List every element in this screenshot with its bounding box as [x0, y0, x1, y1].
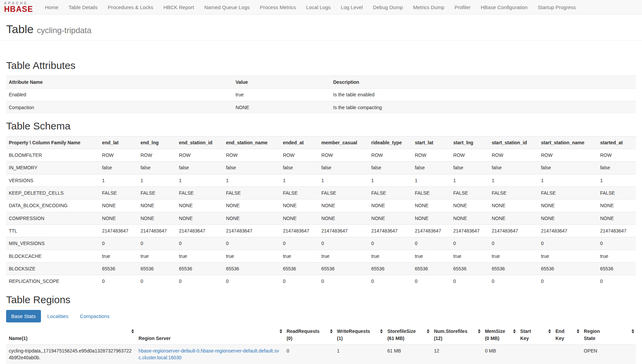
- tab-compactions[interactable]: Compactions: [75, 310, 115, 322]
- nav-item-table-details[interactable]: Table Details: [64, 0, 103, 15]
- regions-column-storefilesize-61-mb[interactable]: StorefileSize(61 MB): [384, 325, 431, 344]
- sort-icon[interactable]: [577, 329, 579, 333]
- region-write-requests-cell: 1: [334, 345, 385, 364]
- schema-value-cell: ROW: [538, 149, 597, 162]
- nav-item-metrics-dump[interactable]: Metrics Dump: [408, 0, 450, 15]
- schema-heading: Table Schema: [6, 120, 636, 132]
- schema-value-cell: 0: [450, 275, 489, 288]
- tab-base-stats[interactable]: Base Stats: [6, 310, 41, 322]
- nav-item-wrap: Procedures & Locks: [103, 0, 158, 15]
- column-label: MemSize: [485, 328, 511, 335]
- attributes-header-row: Attribute Name Value Description: [6, 76, 636, 89]
- schema-value-cell: 1: [597, 174, 636, 187]
- sort-asc-arrow: [427, 329, 429, 331]
- sort-asc-arrow: [632, 329, 634, 331]
- regions-column-writerequests-1[interactable]: WriteRequests(1): [334, 325, 385, 344]
- nav-item-startup-progress[interactable]: Startup Progress: [533, 0, 581, 15]
- nav-item-wrap: Profiler: [449, 0, 476, 15]
- attr-description-cell: Is the table enabled: [330, 89, 636, 101]
- region-region-state-cell: OPEN: [581, 345, 636, 364]
- schema-value-cell: ROW: [412, 149, 451, 162]
- nav-item-hbase-configuration[interactable]: HBase Configuration: [476, 0, 533, 15]
- regions-column-regionstate[interactable]: RegionState: [581, 325, 636, 344]
- schema-value-cell: 1: [538, 174, 597, 187]
- sort-asc-arrow: [280, 329, 282, 331]
- regions-column-memsize-0-mb[interactable]: MemSize(0 MB): [482, 325, 517, 344]
- schema-value-cell: 65536: [138, 262, 176, 275]
- schema-value-cell: NONE: [538, 199, 597, 212]
- schema-value-cell: false: [280, 162, 319, 174]
- schema-col-end-lat: end_lat: [99, 136, 138, 149]
- sort-icon[interactable]: [478, 329, 481, 333]
- sort-icon[interactable]: [330, 329, 333, 333]
- nav-item-debug-dump[interactable]: Debug Dump: [368, 0, 408, 15]
- column-label-sub: (1): [337, 335, 378, 342]
- sort-icon[interactable]: [380, 329, 383, 333]
- table-row: Enabled true Is the table enabled: [6, 89, 636, 101]
- column-label-sub: (0): [287, 335, 328, 342]
- schema-value-cell: 1: [138, 174, 176, 187]
- nav-item-profiler[interactable]: Profiler: [449, 0, 476, 15]
- schema-value-cell: 1: [99, 174, 138, 187]
- schema-col-start-station-id: start_station_id: [489, 136, 538, 149]
- region-server-link[interactable]: hbase-regionserver-default-0.hbase-regio…: [138, 348, 279, 360]
- sort-icon[interactable]: [513, 329, 516, 333]
- table-row: IN_MEMORYfalsefalsefalsefalsefalsefalsef…: [6, 162, 636, 174]
- schema-value-cell: 0: [280, 275, 319, 288]
- schema-value-cell: 1: [369, 174, 412, 187]
- sort-desc-arrow: [577, 332, 579, 333]
- sort-icon[interactable]: [131, 329, 134, 333]
- schema-value-cell: NONE: [223, 199, 280, 212]
- nav-item-wrap: Log Level: [336, 0, 368, 15]
- nav-item-hbck-report[interactable]: HBCK Report: [158, 0, 199, 15]
- schema-value-cell: 0: [538, 275, 597, 288]
- table-row: BLOCKCACHEtruetruetruetruetruetruetruetr…: [6, 250, 636, 262]
- schema-value-cell: 65536: [538, 262, 597, 275]
- regions-column-name-1[interactable]: Name(1): [6, 325, 136, 344]
- regions-column-num-storefiles-12[interactable]: Num.Storefiles(12): [431, 325, 482, 344]
- schema-value-cell: NONE: [369, 199, 412, 212]
- schema-col-start-lat: start_lat: [412, 136, 451, 149]
- regions-column-region-server[interactable]: Region Server: [136, 325, 284, 344]
- sort-icon[interactable]: [427, 329, 429, 333]
- schema-value-cell: false: [597, 162, 636, 174]
- schema-value-cell: ROW: [99, 149, 138, 162]
- nav-item-procedures-locks[interactable]: Procedures & Locks: [103, 0, 158, 15]
- schema-value-cell: 0: [489, 237, 538, 250]
- schema-property-cell: BLOCKCACHE: [6, 250, 99, 262]
- nav-item-named-queue-logs[interactable]: Named Queue Logs: [199, 0, 255, 15]
- schema-value-cell: NONE: [538, 212, 597, 224]
- regions-column-startkey[interactable]: StartKey: [517, 325, 553, 344]
- schema-value-cell: 65536: [450, 262, 489, 275]
- tab-localities[interactable]: Localities: [42, 310, 74, 322]
- sort-icon[interactable]: [280, 329, 282, 333]
- column-label: ReadRequests: [287, 328, 328, 335]
- schema-value-cell: 2147483647: [412, 224, 451, 237]
- nav-item-wrap: Metrics Dump: [408, 0, 450, 15]
- attr-name-cell: Compaction: [6, 101, 233, 114]
- nav-item-process-metrics[interactable]: Process Metrics: [255, 0, 301, 15]
- schema-value-cell: 2147483647: [597, 224, 636, 237]
- schema-value-cell: 2147483647: [538, 224, 597, 237]
- regions-column-endkey[interactable]: EndKey: [553, 325, 581, 344]
- schema-value-cell: 0: [538, 237, 597, 250]
- table-row: BLOOMFILTERROWROWROWROWROWROWROWROWROWRO…: [6, 149, 636, 162]
- sort-desc-arrow: [478, 332, 481, 333]
- schema-value-cell: 0: [99, 237, 138, 250]
- schema-value-cell: NONE: [99, 199, 138, 212]
- sort-icon[interactable]: [632, 329, 634, 333]
- hbase-logo[interactable]: APACHE HBASE: [3, 1, 35, 13]
- nav-item-home[interactable]: Home: [40, 0, 64, 15]
- schema-value-cell: 0: [597, 275, 636, 288]
- schema-value-cell: true: [597, 250, 636, 262]
- nav-item-local-logs[interactable]: Local Logs: [301, 0, 336, 15]
- regions-column-readrequests-0[interactable]: ReadRequests(0): [284, 325, 334, 344]
- nav-item-log-level[interactable]: Log Level: [336, 0, 368, 15]
- nav-item-wrap: Debug Dump: [368, 0, 408, 15]
- sort-icon[interactable]: [548, 329, 551, 333]
- table-row: cycling-tripdata,,1719475156245.e95d0a13…: [6, 345, 636, 364]
- schema-value-cell: FALSE: [538, 187, 597, 199]
- schema-value-cell: FALSE: [597, 187, 636, 199]
- schema-value-cell: 0: [489, 275, 538, 288]
- schema-property-cell: REPLICATION_SCOPE: [6, 275, 99, 288]
